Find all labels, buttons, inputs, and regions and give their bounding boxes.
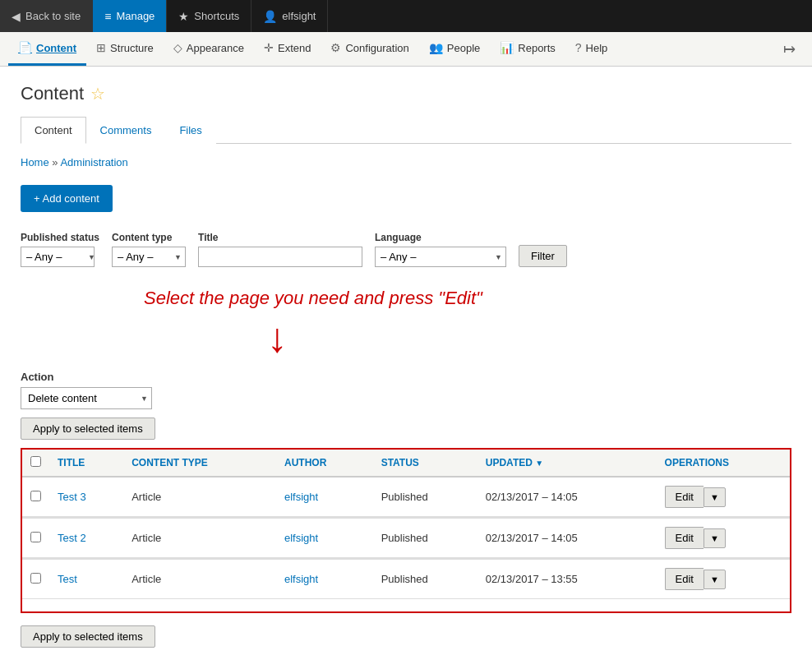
action-label: Action — [21, 371, 791, 383]
nav-appearance-label: Appearance — [187, 42, 244, 54]
back-icon: ◀ — [12, 10, 21, 23]
content-table: TITLE CONTENT TYPE AUTHOR STATUS UPDATED… — [22, 450, 790, 599]
row-author-link[interactable]: elfsight — [284, 532, 318, 544]
row-title-cell: Test — [49, 560, 123, 599]
row-checkbox-1[interactable] — [30, 532, 41, 542]
nav-item-reports[interactable]: 📊 Reports — [490, 32, 565, 66]
row-title-link[interactable]: Test 2 — [58, 532, 86, 544]
row-author-link[interactable]: elfsight — [284, 491, 318, 503]
people-icon: 👥 — [429, 41, 443, 54]
page-title: Content ☆ — [21, 83, 791, 104]
content-type-select[interactable]: – Any – — [112, 247, 186, 267]
row-status-cell: Published — [373, 519, 478, 558]
page-content: Content ☆ Content Comments Files Home » … — [0, 67, 812, 664]
annotation-arrow-icon: ↓ — [267, 317, 791, 358]
nav-reports-label: Reports — [518, 42, 556, 54]
action-row: Delete content — [21, 387, 791, 409]
tab-comments[interactable]: Comments — [86, 117, 166, 144]
row-updated-cell: 02/13/2017 – 14:05 — [478, 477, 657, 517]
title-filter-label: Title — [198, 232, 362, 243]
manage-button[interactable]: ≡ Manage — [93, 0, 167, 32]
annotation-container: Select the page you need and press "Edit… — [21, 279, 791, 313]
select-all-checkbox[interactable] — [30, 456, 41, 467]
tab-content[interactable]: Content — [21, 117, 86, 144]
sort-indicator-icon: ▼ — [535, 459, 543, 468]
title-input[interactable] — [198, 247, 362, 267]
edit-button-group: Edit ▼ — [665, 486, 782, 508]
nav-item-content[interactable]: 📄 Content — [8, 32, 86, 66]
language-label: Language — [375, 232, 506, 243]
add-content-button[interactable]: + Add content — [21, 185, 113, 212]
sub-tabs: Content Comments Files — [21, 117, 791, 144]
row-status-cell: Published — [373, 560, 478, 599]
row-updated-cell: 02/13/2017 – 13:55 — [478, 560, 657, 599]
filter-section: Published status – Any – Content type – … — [21, 228, 791, 267]
annotation-arrow-container: ↓ — [21, 317, 791, 358]
breadcrumb-home[interactable]: Home — [21, 156, 49, 168]
content-type-label: Content type — [112, 232, 186, 243]
edit-button-group: Edit ▼ — [665, 527, 782, 549]
edit-dropdown-button[interactable]: ▼ — [704, 487, 726, 507]
back-to-site-button[interactable]: ◀ Back to site — [0, 0, 93, 32]
apply-bottom-button[interactable]: Apply to selected items — [21, 625, 155, 648]
shortcuts-button[interactable]: ★ Shortcuts — [167, 0, 251, 32]
th-title[interactable]: TITLE — [49, 450, 123, 477]
content-type-filter: Content type – Any – — [112, 232, 186, 267]
published-status-label: Published status — [21, 232, 99, 243]
language-filter: Language – Any – — [375, 232, 506, 267]
nav-item-configuration[interactable]: ⚙ Configuration — [321, 32, 418, 66]
action-select[interactable]: Delete content — [21, 387, 152, 409]
nav-collapse-button[interactable]: ↦ — [775, 32, 804, 66]
edit-dropdown-button[interactable]: ▼ — [704, 570, 726, 589]
annotation-text: Select the page you need and press "Edit… — [144, 288, 482, 309]
row-author-link[interactable]: elfsight — [284, 573, 318, 585]
row-content-type-cell: Article — [123, 519, 276, 558]
edit-button[interactable]: Edit — [665, 486, 704, 508]
user-label: elfsight — [282, 10, 316, 22]
row-operations-cell: Edit ▼ — [657, 477, 790, 517]
row-checkbox-2[interactable] — [30, 573, 41, 584]
title-filter: Title — [198, 232, 362, 267]
nav-item-extend[interactable]: ✛ Extend — [254, 32, 321, 66]
nav-help-label: Help — [586, 42, 608, 54]
appearance-icon: ◇ — [173, 41, 182, 54]
row-title-link[interactable]: Test 3 — [58, 491, 86, 503]
content-type-select-wrapper: – Any – — [112, 247, 186, 267]
edit-dropdown-button[interactable]: ▼ — [704, 528, 726, 548]
row-checkbox-0[interactable] — [30, 491, 41, 501]
back-to-site-label: Back to site — [25, 10, 81, 22]
nav-item-appearance[interactable]: ◇ Appearance — [164, 32, 254, 66]
nav-item-structure[interactable]: ⊞ Structure — [86, 32, 164, 66]
select-all-header — [22, 450, 49, 477]
nav-configuration-label: Configuration — [345, 42, 408, 54]
th-content-type: CONTENT TYPE — [123, 450, 276, 477]
row-author-cell: elfsight — [276, 519, 373, 558]
nav-extend-label: Extend — [278, 42, 311, 54]
bookmark-star-icon[interactable]: ☆ — [90, 84, 105, 104]
edit-button[interactable]: Edit — [665, 527, 704, 549]
nav-item-help[interactable]: ? Help — [565, 32, 618, 66]
row-operations-cell: Edit ▼ — [657, 519, 790, 558]
action-section: Action Delete content Apply to selected … — [21, 371, 791, 440]
nav-people-label: People — [447, 42, 480, 54]
extend-icon: ✛ — [264, 41, 274, 54]
nav-item-people[interactable]: 👥 People — [419, 32, 490, 66]
published-status-select-wrapper: – Any – — [21, 247, 99, 267]
table-highlight-wrapper: TITLE CONTENT TYPE AUTHOR STATUS UPDATED… — [21, 448, 791, 613]
apply-top-button[interactable]: Apply to selected items — [21, 418, 155, 440]
row-content-type-cell: Article — [123, 560, 276, 599]
nav-content-label: Content — [36, 42, 76, 54]
reports-icon: 📊 — [500, 41, 514, 54]
published-status-select[interactable]: – Any – — [21, 247, 95, 267]
th-author: AUTHOR — [276, 450, 373, 477]
tab-files[interactable]: Files — [165, 117, 215, 144]
breadcrumb-admin[interactable]: Administration — [60, 156, 127, 168]
star-icon: ★ — [178, 10, 189, 23]
edit-button[interactable]: Edit — [665, 568, 704, 590]
row-author-cell: elfsight — [276, 560, 373, 599]
th-updated[interactable]: UPDATED ▼ — [478, 450, 657, 477]
filter-button[interactable]: Filter — [519, 245, 567, 267]
row-title-link[interactable]: Test — [58, 573, 77, 585]
language-select[interactable]: – Any – — [375, 247, 506, 267]
user-button[interactable]: 👤 elfsight — [251, 0, 328, 32]
